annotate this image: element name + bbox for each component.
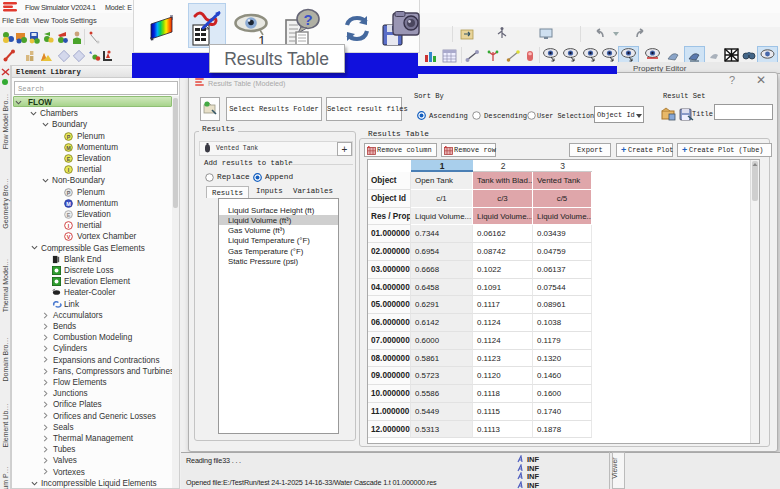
svg-text:P: P [67,133,71,139]
svg-text:P: P [67,189,71,195]
svg-text:E: E [67,212,71,218]
svg-text:V: V [67,234,71,240]
svg-text:M: M [66,200,71,206]
svg-text:E: E [67,156,71,162]
svg-text:M: M [66,144,71,150]
svg-text:?: ? [303,11,312,28]
